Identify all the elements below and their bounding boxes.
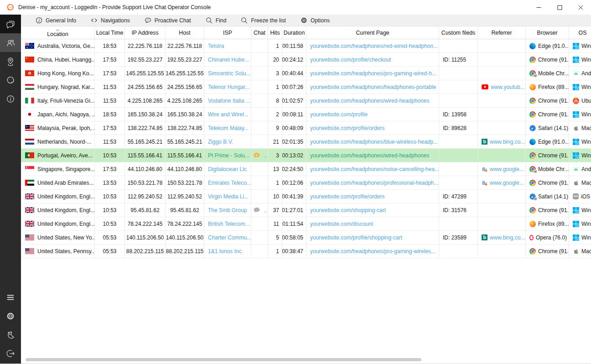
sidebar-item-logout[interactable] bbox=[0, 344, 21, 363]
visitor-row[interactable]: Italy, Friuli-Venezia Gi...11:534.225.10… bbox=[21, 94, 591, 108]
isp-link[interactable]: Telekom Malay... bbox=[208, 125, 249, 131]
current-page-link[interactable]: yourwebsite.com/profile bbox=[310, 111, 368, 118]
location-cell: United States, Pennsy... bbox=[21, 244, 95, 258]
referrer-link[interactable]: www.google... bbox=[490, 180, 524, 186]
column-header-host[interactable]: Host bbox=[166, 26, 204, 39]
isp-link[interactable]: Digitalocean Llc bbox=[208, 166, 247, 172]
referrer-link[interactable]: www.bing.co... bbox=[490, 139, 525, 145]
current-page-link[interactable]: yourwebsite.com/profile/orders bbox=[310, 125, 384, 131]
visitor-row[interactable]: United Kingdom, Engl...10:53112.95.240.5… bbox=[21, 190, 591, 203]
isp-link[interactable]: Telstra bbox=[208, 43, 224, 49]
current-page-link[interactable]: yourwebsite.com/profile/checkout bbox=[310, 57, 391, 63]
current-page-link[interactable]: yourwebsite.com/profile/orders bbox=[310, 193, 384, 200]
isp-link[interactable]: 1&1 Ionos Inc. bbox=[208, 248, 243, 255]
duration-cell: 00:12:06 bbox=[282, 176, 306, 190]
isp-link[interactable]: Virgin Media Li... bbox=[208, 193, 249, 200]
visitor-row[interactable]: Singapore, Singapore...17:5344.110.246.8… bbox=[21, 162, 591, 176]
column-header-ip[interactable]: IP Address bbox=[125, 26, 166, 39]
options-button[interactable]: Options bbox=[301, 17, 330, 24]
sidebar-item-info[interactable] bbox=[0, 89, 21, 108]
isp-link[interactable]: Chinanet Hube... bbox=[208, 57, 249, 63]
visitor-row[interactable]: China, Hubei, Huangg...17:53192.55.23.22… bbox=[21, 53, 591, 67]
os-cell: Mac bbox=[569, 121, 591, 135]
sidebar-item-visitors[interactable] bbox=[0, 33, 21, 52]
visitor-row[interactable]: Portugal, Aveiro, Ave...10:53115.55.166.… bbox=[21, 149, 591, 162]
host-cell: 88.202.215.115 bbox=[166, 244, 204, 258]
current-page-link[interactable]: yourwebsite.com/headphones/wired-headpho… bbox=[310, 152, 430, 159]
current-page-link[interactable]: yourwebsite.com/headphones/red-wired-hea… bbox=[310, 43, 438, 49]
browser-cell: Chrome (91... bbox=[526, 108, 569, 121]
sidebar-item-menu[interactable] bbox=[0, 288, 21, 307]
custom-fields-cell bbox=[439, 162, 478, 176]
proactive-chat-button[interactable]: Proactive Chat bbox=[145, 17, 191, 24]
duration-cell: 00:08:11 bbox=[282, 108, 306, 121]
current-page-link[interactable]: yourwebsite.com/headphones/headphones-po… bbox=[310, 84, 436, 90]
sidebar-item-support[interactable] bbox=[0, 71, 21, 89]
freeze-list-button[interactable]: Freeze the list bbox=[241, 17, 286, 24]
isp-link[interactable]: Wire and Wirel... bbox=[208, 111, 249, 118]
sidebar-item-chats[interactable] bbox=[0, 15, 21, 33]
current-page-link[interactable]: yourwebsite.com/headphones/blue-wireless… bbox=[310, 139, 438, 145]
isp-link[interactable]: Simcentric Solu... bbox=[208, 70, 250, 77]
visitor-row[interactable]: Japan, Aichi, Nagoya, ...18:53165.150.38… bbox=[21, 108, 591, 121]
visitor-row[interactable]: United States, Pennsy...05:5388.202.215.… bbox=[21, 244, 591, 258]
column-header-os[interactable]: OS bbox=[569, 26, 591, 39]
visitor-row[interactable]: Malaysia, Perak, Ipoh, ...17:53138.222.7… bbox=[21, 121, 591, 135]
visitor-row[interactable]: Australia, Victoria, Ge...18:5322.225.76… bbox=[21, 39, 591, 53]
isp-link[interactable]: British Telecom... bbox=[208, 221, 249, 227]
isp-link[interactable]: Emirates Teleco... bbox=[208, 180, 251, 186]
horizontal-scrollbar-thumb[interactable] bbox=[26, 358, 421, 361]
current-page-link[interactable]: yourwebsite.com/shopping-cart bbox=[310, 207, 386, 213]
column-header-browser[interactable]: Browser bbox=[526, 26, 569, 39]
column-header-isp[interactable]: ISP bbox=[204, 26, 251, 39]
isp-link[interactable]: The Smb Group bbox=[208, 207, 247, 213]
opera-browser-icon bbox=[529, 235, 534, 240]
visitor-row[interactable]: United Kingdom, Engl...10:5378.24.222.14… bbox=[21, 217, 591, 231]
visitor-row[interactable]: United Kingdom, Engl...10:5395.45.81.629… bbox=[21, 203, 591, 217]
referrer-link[interactable]: www.bing.co... bbox=[490, 234, 525, 241]
column-header-local_time[interactable]: Local Time bbox=[95, 26, 125, 39]
isp-link[interactable]: Telenor Hungar... bbox=[208, 84, 249, 90]
sidebar-item-theme-toggle[interactable] bbox=[0, 325, 21, 344]
column-header-duration[interactable]: Duration bbox=[282, 26, 306, 39]
column-header-custom_fields[interactable]: Custom fileds bbox=[439, 26, 478, 39]
isp-link[interactable]: Pt Prime - Solu... bbox=[208, 152, 249, 159]
current-page-link[interactable]: yourwebsite.com/headphones/professional-… bbox=[310, 180, 439, 186]
hits-cell: 3 bbox=[268, 67, 282, 80]
isp-link[interactable]: Ziggo B.V. bbox=[208, 139, 233, 145]
current-page-link[interactable]: yourwebsite.com/headphones/pro-gaming-wi… bbox=[310, 248, 435, 255]
sidebar-item-settings[interactable] bbox=[0, 307, 21, 325]
referrer-link[interactable]: www.google... bbox=[490, 166, 524, 172]
flag-ae-icon bbox=[25, 180, 34, 186]
isp-link[interactable]: Charter Commu... bbox=[208, 234, 251, 241]
column-header-location[interactable]: Location bbox=[21, 26, 95, 39]
sidebar-item-visitor-map[interactable] bbox=[0, 52, 21, 71]
column-header-current_page[interactable]: Current Page bbox=[306, 26, 439, 39]
current-page-link[interactable]: yourwebsite.com/discount bbox=[310, 221, 373, 227]
current-page-link[interactable]: yourwebsite.com/headphones/wired-headpho… bbox=[310, 98, 430, 104]
visitor-row[interactable]: Hong Kong, Hong Ko...17:53145.255.125.55… bbox=[21, 67, 591, 80]
column-header-chat[interactable]: Chat bbox=[251, 26, 268, 39]
visitor-row[interactable]: Netherlands, Noord-...11:5355.165.245.21… bbox=[21, 135, 591, 149]
ios-os-icon: iOS bbox=[573, 193, 579, 199]
referrer-link[interactable]: www.youtub... bbox=[491, 84, 525, 90]
isp-link[interactable]: Vodafone Italia ... bbox=[208, 98, 250, 104]
current-page-link[interactable]: yourwebsite.com/headphones/pro-gaming-wi… bbox=[310, 70, 436, 77]
current-page-link[interactable]: yourwebsite.com/profile/shopping-cart bbox=[310, 234, 402, 241]
browser-cell: MSafari (14.1) bbox=[526, 190, 569, 203]
host-cell: 165.150.38.24 bbox=[166, 108, 204, 121]
visitor-row[interactable]: United States, New Yo...05:53140.115.206… bbox=[21, 231, 591, 244]
close-button[interactable] bbox=[570, 0, 591, 15]
column-header-referrer[interactable]: Referrer bbox=[478, 26, 526, 39]
general-info-button[interactable]: General Info bbox=[36, 17, 76, 24]
minimize-button[interactable] bbox=[528, 0, 549, 15]
maximize-button[interactable] bbox=[549, 0, 570, 15]
search-icon bbox=[206, 17, 213, 24]
visitor-row[interactable]: United Arab Emirates...13:53150.53.221.7… bbox=[21, 176, 591, 190]
current-page-link[interactable]: yourwebsite.com/headphones/noise-cancell… bbox=[310, 166, 439, 172]
column-header-hits[interactable]: Hits bbox=[268, 26, 282, 39]
referrer-cell: www.youtub... bbox=[478, 80, 526, 94]
visitor-row[interactable]: Hungary, Nograd, Kar...11:5324.255.156.6… bbox=[21, 80, 591, 94]
find-button[interactable]: Find bbox=[206, 17, 227, 24]
navigations-button[interactable]: Navigations bbox=[91, 17, 130, 24]
